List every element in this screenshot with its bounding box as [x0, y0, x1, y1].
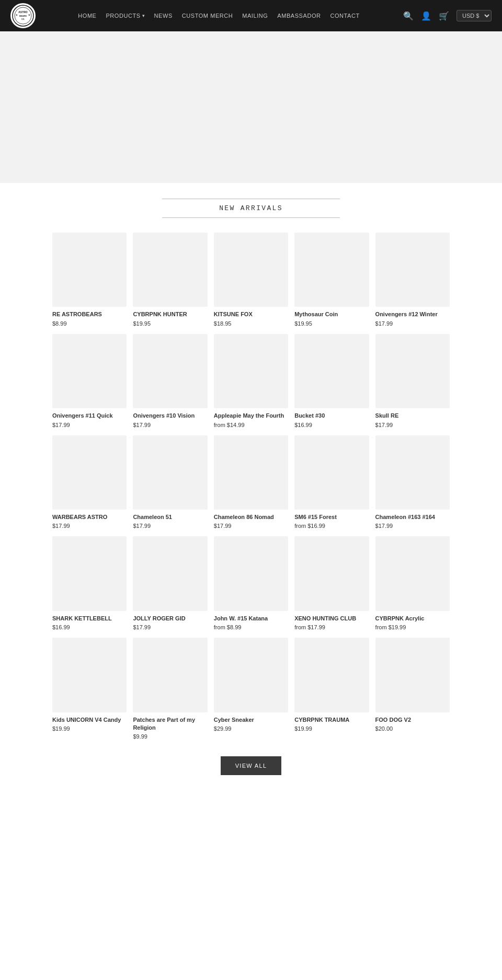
- product-image: [133, 638, 207, 712]
- product-card[interactable]: XENO HUNTING CLUBfrom $17.99: [294, 536, 369, 630]
- product-name: RE ASTROBEARS: [52, 310, 127, 318]
- nav-contact[interactable]: CONTACT: [330, 13, 360, 19]
- product-card[interactable]: Patches are Part of my Religion$9.99: [133, 638, 207, 740]
- product-image: [375, 435, 450, 510]
- main-content: NEW ARRIVALS RE ASTROBEARS$8.99CYBRPNK H…: [42, 183, 460, 796]
- product-price: from $8.99: [214, 624, 288, 630]
- cart-icon: 🛒: [439, 11, 449, 20]
- product-price: $18.95: [214, 320, 288, 327]
- product-price: from $14.99: [214, 422, 288, 428]
- product-name: John W. #15 Katana: [214, 615, 288, 622]
- product-card[interactable]: Chameleon #163 #164$17.99: [375, 435, 450, 529]
- product-card[interactable]: SM6 #15 Forestfrom $16.99: [294, 435, 369, 529]
- product-price: $19.95: [294, 320, 369, 327]
- nav-products[interactable]: PRODUCTS ▾: [106, 13, 144, 19]
- nav-custom-merch[interactable]: CUSTOM MERCH: [182, 13, 233, 19]
- product-image: [52, 638, 127, 712]
- account-icon: 👤: [421, 11, 431, 20]
- product-name: CYBRPNK TRAUMA: [294, 716, 369, 724]
- product-name: Chameleon 86 Nomad: [214, 513, 288, 521]
- product-image: [52, 334, 127, 408]
- product-price: $17.99: [52, 422, 127, 428]
- account-button[interactable]: 👤: [420, 10, 432, 22]
- product-name: Onivengers #12 Winter: [375, 310, 450, 318]
- nav-mailing[interactable]: MAILING: [242, 13, 268, 19]
- product-name: JOLLY ROGER GID: [133, 615, 207, 622]
- product-card[interactable]: Chameleon 86 Nomad$17.99: [214, 435, 288, 529]
- product-image: [133, 536, 207, 610]
- product-card[interactable]: Skull RE$17.99: [375, 334, 450, 428]
- search-icon: 🔍: [403, 11, 414, 20]
- product-card[interactable]: JOLLY ROGER GID$17.99: [133, 536, 207, 630]
- product-card[interactable]: CYBRPNK TRAUMA$19.99: [294, 638, 369, 740]
- product-card[interactable]: Appleapie May the Fourthfrom $14.99: [214, 334, 288, 428]
- product-image: [375, 638, 450, 712]
- product-image: [133, 435, 207, 510]
- product-card[interactable]: Kids UNICORN V4 Candy$19.99: [52, 638, 127, 740]
- hero-banner: [0, 31, 502, 183]
- product-name: Bucket #30: [294, 412, 369, 420]
- product-price: $19.99: [52, 725, 127, 732]
- product-card[interactable]: Onivengers #10 Vision$17.99: [133, 334, 207, 428]
- product-card[interactable]: SHARK KETTLEBELL$16.99: [52, 536, 127, 630]
- product-card[interactable]: WARBEARS ASTRO$17.99: [52, 435, 127, 529]
- product-image: [133, 334, 207, 408]
- product-image: [375, 334, 450, 408]
- product-image: [294, 536, 369, 610]
- product-price: $17.99: [133, 624, 207, 630]
- product-name: FOO DOG V2: [375, 716, 450, 724]
- product-image: [294, 435, 369, 510]
- header-right: 🔍 👤 🛒 USD $: [402, 10, 492, 22]
- product-price: $17.99: [133, 422, 207, 428]
- nav-ambassador[interactable]: AMBASSADOR: [277, 13, 321, 19]
- product-card[interactable]: Bucket #30$16.99: [294, 334, 369, 428]
- product-card[interactable]: KITSUNE FOX$18.95: [214, 233, 288, 327]
- svg-text:BEARS: BEARS: [19, 15, 27, 17]
- product-image: [133, 233, 207, 307]
- product-price: $17.99: [52, 523, 127, 529]
- product-card[interactable]: Onivengers #12 Winter$17.99: [375, 233, 450, 327]
- title-line-bottom: [162, 217, 340, 218]
- logo[interactable]: ASTRO BEARS CO. ★ ★: [10, 3, 36, 28]
- product-name: Chameleon #163 #164: [375, 513, 450, 521]
- product-price: $17.99: [375, 320, 450, 327]
- currency-selector[interactable]: USD $: [457, 10, 492, 21]
- svg-text:CO.: CO.: [21, 18, 25, 20]
- product-name: Patches are Part of my Religion: [133, 716, 207, 732]
- product-card[interactable]: John W. #15 Katanafrom $8.99: [214, 536, 288, 630]
- product-price: $17.99: [375, 422, 450, 428]
- view-all-button[interactable]: VIEW ALL: [221, 756, 282, 775]
- product-price: $19.99: [294, 725, 369, 732]
- product-price: from $16.99: [294, 523, 369, 529]
- search-button[interactable]: 🔍: [402, 10, 415, 22]
- nav-home[interactable]: HOME: [78, 13, 96, 19]
- product-name: SHARK KETTLEBELL: [52, 615, 127, 622]
- section-title-wrapper: NEW ARRIVALS: [52, 199, 450, 218]
- product-name: XENO HUNTING CLUB: [294, 615, 369, 622]
- product-card[interactable]: FOO DOG V2$20.00: [375, 638, 450, 740]
- product-card[interactable]: Cyber Sneaker$29.99: [214, 638, 288, 740]
- product-name: Kids UNICORN V4 Candy: [52, 716, 127, 724]
- product-price: $20.00: [375, 725, 450, 732]
- nav-products-link[interactable]: PRODUCTS: [106, 13, 140, 19]
- product-image: [52, 536, 127, 610]
- view-all-wrapper: VIEW ALL: [52, 756, 450, 775]
- product-image: [375, 536, 450, 610]
- product-card[interactable]: Mythosaur Coin$19.95: [294, 233, 369, 327]
- product-name: Skull RE: [375, 412, 450, 420]
- product-image: [294, 638, 369, 712]
- title-line-top: [162, 199, 340, 199]
- product-card[interactable]: CYBRPNK HUNTER$19.95: [133, 233, 207, 327]
- product-card[interactable]: Chameleon 51$17.99: [133, 435, 207, 529]
- product-card[interactable]: RE ASTROBEARS$8.99: [52, 233, 127, 327]
- product-price: $9.99: [133, 733, 207, 740]
- logo-image: ASTRO BEARS CO. ★ ★: [10, 3, 36, 28]
- svg-text:ASTRO: ASTRO: [18, 10, 28, 14]
- product-price: $17.99: [214, 523, 288, 529]
- site-header: ASTRO BEARS CO. ★ ★ HOME PRODUCTS ▾ NEWS…: [0, 0, 502, 31]
- product-card[interactable]: CYBRPNK Acrylicfrom $19.99: [375, 536, 450, 630]
- cart-button[interactable]: 🛒: [438, 10, 450, 22]
- nav-news[interactable]: NEWS: [154, 13, 173, 19]
- product-image: [294, 233, 369, 307]
- product-card[interactable]: Onivengers #11 Quick$17.99: [52, 334, 127, 428]
